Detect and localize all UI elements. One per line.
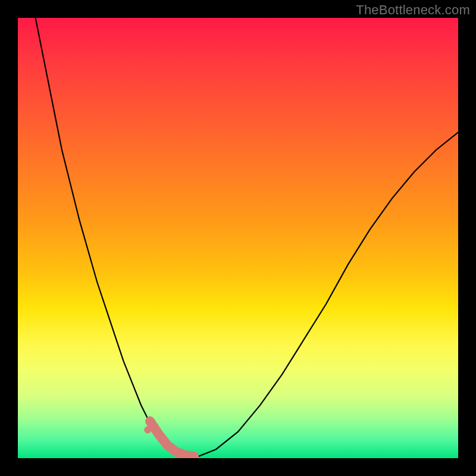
chart-frame: TheBottleneck.com (0, 0, 476, 476)
curve-svg (18, 18, 458, 458)
plot-area (18, 18, 458, 458)
optimal-zone-band (150, 421, 194, 456)
optimal-zone-dot (144, 427, 151, 434)
bottleneck-curve (36, 18, 458, 458)
watermark-text: TheBottleneck.com (356, 2, 470, 18)
